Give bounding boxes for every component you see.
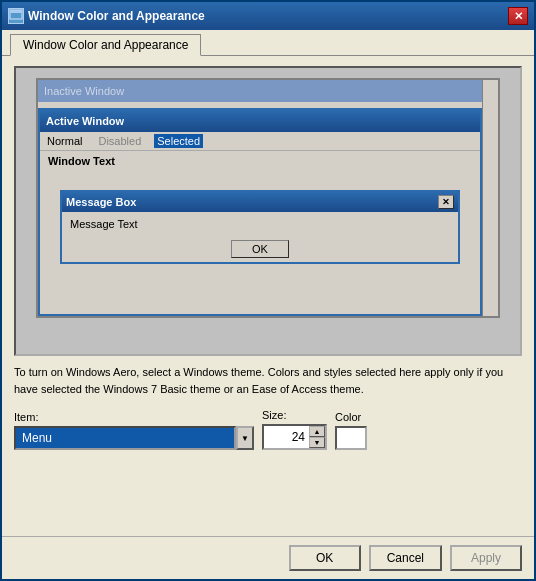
dialog-body: Inactive Window Active Window Normal Dis… xyxy=(2,56,534,536)
description-text: To turn on Windows Aero, select a Window… xyxy=(14,364,522,397)
close-button[interactable]: ✕ xyxy=(508,7,528,25)
color-label: Color xyxy=(335,411,367,423)
ok-button[interactable]: OK xyxy=(289,545,361,571)
preview-area: Inactive Window Active Window Normal Dis… xyxy=(14,66,522,356)
bottom-buttons: OK Cancel Apply xyxy=(2,536,534,579)
title-bar-text: Window Color and Appearance xyxy=(28,9,205,23)
controls-row: Item: Menu ▼ Size: ▲ ▼ Colo xyxy=(14,409,522,450)
size-wrapper: ▲ ▼ xyxy=(262,424,327,450)
message-footer: OK xyxy=(62,236,458,262)
svg-rect-1 xyxy=(10,10,22,13)
size-label: Size: xyxy=(262,409,327,421)
size-spinner: ▲ ▼ xyxy=(309,426,325,448)
tab-bar: Window Color and Appearance xyxy=(2,30,534,56)
window-text: Window Text xyxy=(40,151,480,171)
item-control-group: Item: Menu ▼ xyxy=(14,411,254,450)
active-window: Active Window Normal Disabled Selected W… xyxy=(38,108,482,316)
apply-button[interactable]: Apply xyxy=(450,545,522,571)
item-label: Item: xyxy=(14,411,254,423)
menu-bar: Normal Disabled Selected xyxy=(40,132,480,151)
message-box: Message Box ✕ Message Text OK xyxy=(60,190,460,264)
item-dropdown-arrow[interactable]: ▼ xyxy=(236,426,254,450)
inactive-scrollbar xyxy=(482,80,498,316)
inactive-window: Inactive Window Active Window Normal Dis… xyxy=(36,78,500,318)
item-select-box[interactable]: Menu xyxy=(14,426,236,450)
message-box-title: Message Box ✕ xyxy=(62,192,458,212)
dialog-window: Window Color and Appearance ✕ Window Col… xyxy=(0,0,536,581)
color-box[interactable] xyxy=(335,426,367,450)
cancel-button[interactable]: Cancel xyxy=(369,545,442,571)
tab-window-color[interactable]: Window Color and Appearance xyxy=(10,34,201,56)
size-down-button[interactable]: ▼ xyxy=(309,437,325,448)
title-bar-left: Window Color and Appearance xyxy=(8,8,205,24)
message-text: Message Text xyxy=(62,212,458,236)
title-bar: Window Color and Appearance ✕ xyxy=(2,2,534,30)
message-close-button[interactable]: ✕ xyxy=(438,195,454,209)
size-control-group: Size: ▲ ▼ xyxy=(262,409,327,450)
size-input[interactable] xyxy=(264,426,309,448)
menu-item-disabled: Disabled xyxy=(95,134,144,148)
item-dropdown-container: Menu ▼ xyxy=(14,426,254,450)
menu-item-selected: Selected xyxy=(154,134,203,148)
window-icon xyxy=(8,8,24,24)
color-control-group: Color xyxy=(335,411,367,450)
menu-item-normal: Normal xyxy=(44,134,85,148)
inactive-title: Inactive Window xyxy=(38,80,498,102)
active-title: Active Window xyxy=(40,110,480,132)
size-up-button[interactable]: ▲ xyxy=(309,426,325,437)
message-ok-button[interactable]: OK xyxy=(231,240,289,258)
